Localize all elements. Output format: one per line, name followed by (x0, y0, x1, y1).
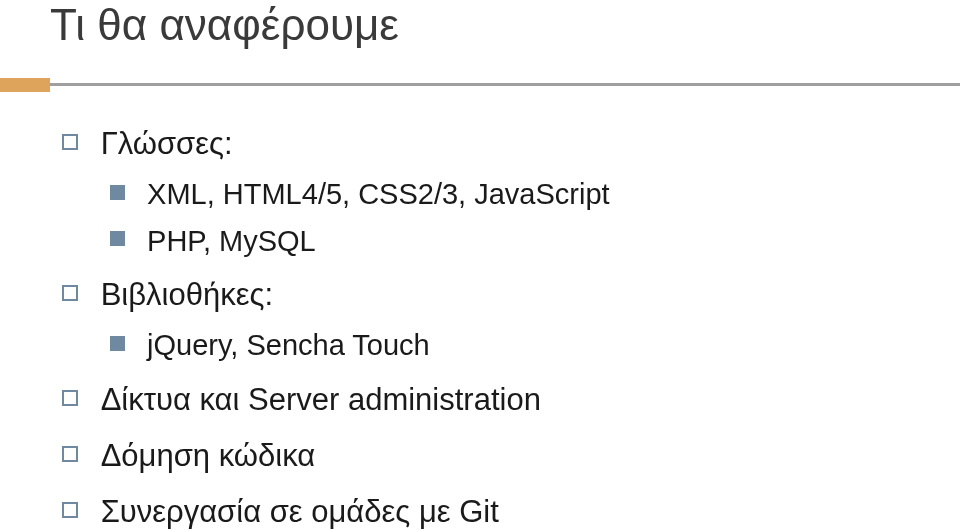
list-item-label: Συνεργασία σε ομάδες με Git (101, 494, 499, 529)
list-item-label: Γλώσσες: (101, 126, 233, 161)
square-open-icon (62, 285, 78, 301)
list-item: jQuery, Sencha Touch (110, 321, 610, 368)
bullet-list: Γλώσσες: XML, HTML4/5, CSS2/3, JavaScrip… (62, 118, 610, 530)
square-open-icon (62, 502, 78, 518)
list-item-label: PHP, MySQL (147, 225, 316, 257)
divider-line (50, 83, 960, 86)
square-filled-icon (110, 231, 125, 246)
square-open-icon (62, 446, 78, 462)
title-underline (0, 78, 960, 92)
list-item: Δόμηση κώδικα (62, 430, 610, 480)
square-filled-icon (110, 185, 125, 200)
list-item-label: jQuery, Sencha Touch (147, 329, 430, 361)
sub-list: jQuery, Sencha Touch (62, 321, 610, 368)
sub-list: XML, HTML4/5, CSS2/3, JavaScript PHP, My… (62, 170, 610, 264)
square-open-icon (62, 390, 78, 406)
list-item-label: XML, HTML4/5, CSS2/3, JavaScript (147, 178, 610, 210)
slide-title: Τι θα αναφέρουμε (50, 0, 399, 50)
list-item-label: Δίκτυα και Server administration (101, 382, 541, 417)
square-open-icon (62, 134, 78, 150)
accent-block (0, 78, 50, 92)
list-item-label: Δόμηση κώδικα (101, 438, 316, 473)
list-item-label: Βιβλιοθήκες: (101, 277, 273, 312)
list-item: Δίκτυα και Server administration (62, 374, 610, 424)
list-item: Γλώσσες: XML, HTML4/5, CSS2/3, JavaScrip… (62, 118, 610, 263)
list-item: XML, HTML4/5, CSS2/3, JavaScript (110, 170, 610, 217)
slide: Τι θα αναφέρουμε Γλώσσες: XML, HTML4/5, … (0, 0, 960, 530)
square-filled-icon (110, 336, 125, 351)
list-item: Βιβλιοθήκες: jQuery, Sencha Touch (62, 269, 610, 368)
list-item: Συνεργασία σε ομάδες με Git (62, 486, 610, 530)
list-item: PHP, MySQL (110, 217, 610, 264)
